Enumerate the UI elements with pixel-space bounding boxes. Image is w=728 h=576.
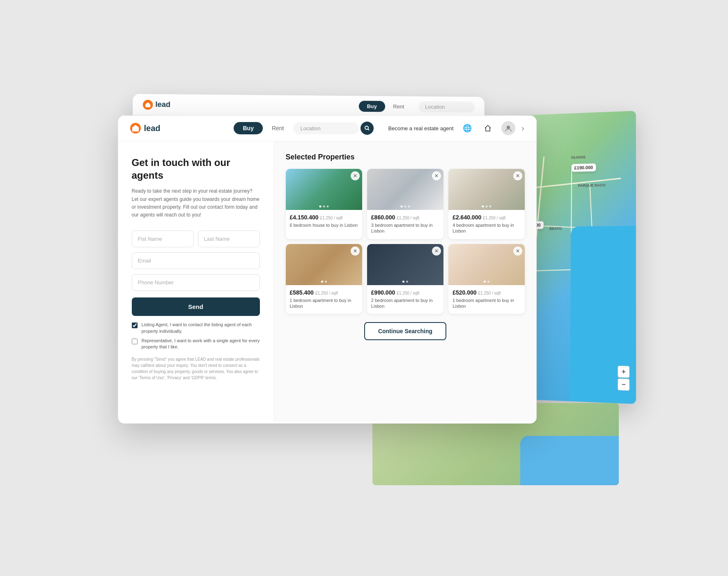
nav-tabs: Buy Rent Location [234,122,373,135]
main-logo-text: lead [144,124,161,133]
property-close-1[interactable]: ✕ [351,171,360,180]
property-card-2[interactable]: ✕ £860.000 £1.250 / sqft [367,169,443,239]
send-button[interactable]: Send [132,297,260,316]
price-main-5: £990.000 [371,289,395,296]
property-info-4: £585.400 £1.250 / sqft 1 bedroom apartme… [286,285,362,314]
property-info-6: £520.000 £1.250 / sqft 1 bedroom apartme… [448,285,525,314]
bg-search-bar[interactable]: Location [418,101,475,113]
property-card-5[interactable]: ✕ £990.000 £1.250 / sqft 2 bedroom [367,244,443,314]
checkbox-listing[interactable] [132,323,138,328]
last-name-input[interactable] [198,230,260,247]
dot [404,205,406,207]
checkbox-listing-label: Listing Agent, I want to contact the lis… [142,322,260,334]
nav-tab-rent[interactable]: Rent [264,122,292,134]
dot [402,281,404,283]
nav-home-icon[interactable] [481,121,495,135]
bg-tab-rent[interactable]: Rent [386,101,411,112]
bg-logo-text: lead [155,100,170,109]
property-desc-1: 6 bedroom house to buy in Lisbon [290,222,358,228]
price-main-6: £520.000 [452,289,476,296]
property-desc-2: 3 bedroom apartment to buy in Lisbon [371,222,439,234]
property-desc-5: 2 bedroom apartment to buy in Lisbon [371,297,439,309]
price-main-1: £4.150.400 [290,214,319,221]
map-zoom-out[interactable]: − [618,378,629,391]
property-close-5[interactable]: ✕ [432,247,441,256]
nav-globe-icon[interactable]: 🌐 [460,121,474,135]
dot [400,205,402,207]
email-row [132,252,260,269]
property-image-6: ✕ [448,244,525,285]
main-nav: lead Buy Rent Location Become a real est… [118,115,537,141]
property-image-1: ✕ [286,169,362,210]
property-price-3: £2.640.000 £1.250 / sqft [452,214,521,221]
property-desc-3: 4 bedroom apartment to buy in Lisbon [452,222,521,234]
property-image-2: ✕ [367,169,443,210]
property-close-3[interactable]: ✕ [513,171,522,180]
property-dots-1 [319,205,328,207]
dot [323,205,325,207]
properties-grid: ✕ £4.150.400 £1.250 / sqft [286,169,525,314]
contact-title: Get in touch with our agents [132,156,260,182]
bg-search-placeholder: Location [425,104,445,110]
main-content: Get in touch with our agents Ready to ta… [118,141,537,422]
price-sqft-3: £1.250 / sqft [483,216,505,220]
property-price-5: £990.000 £1.250 / sqft [371,289,439,296]
property-image-5: ✕ [367,244,443,285]
nav-search-text: Location [301,125,321,131]
property-card-4[interactable]: ✕ £585.400 £1.250 / sqft 1 bedroom [286,244,362,314]
dot [482,205,484,207]
contact-description: Ready to take the next step in your real… [132,187,260,219]
checkbox-representative-row: Representative, I want to work with a si… [132,338,260,350]
property-card-1[interactable]: ✕ £4.150.400 £1.250 / sqft [286,169,362,239]
dot [408,205,410,207]
logo-icon-bg [142,99,153,109]
phone-input[interactable] [132,274,260,291]
property-dots-6 [484,281,489,283]
price-sqft-6: £1.250 / sqft [478,291,501,295]
price-main-2: £860.000 [371,214,395,221]
property-desc-6: 1 bedroom apartment to buy in Lisbon [452,297,521,309]
checkbox-listing-row: Listing Agent, I want to contact the lis… [132,322,260,334]
properties-title: Selected Properties [286,153,525,161]
disclaimer-text: By pressing "Send" you agree that LEAD a… [132,356,260,381]
property-close-6[interactable]: ✕ [513,247,522,256]
property-price-6: £520.000 £1.250 / sqft [452,289,521,296]
property-card-3[interactable]: ✕ £2.640.000 £1.250 / sqft [448,169,525,239]
property-info-2: £860.000 £1.250 / sqft 3 bedroom apartme… [367,210,443,239]
map-zoom-controls[interactable]: + − [618,366,629,391]
nav-chevron-icon[interactable]: › [522,124,524,133]
checkbox-representative[interactable] [132,339,138,344]
property-card-6[interactable]: ✕ £520.000 £1.250 / sqft 1 bedroom [448,244,525,314]
first-name-input[interactable] [132,230,194,247]
dot [484,281,486,283]
map-price-badge-1: £190.000 [571,163,596,172]
nav-search-bar[interactable]: Location [293,122,359,134]
dot [406,281,408,283]
property-image-3: ✕ [448,169,525,210]
property-info-5: £990.000 £1.250 / sqft 2 bedroom apartme… [367,285,443,314]
svg-point-2 [507,126,510,129]
property-dots-3 [482,205,491,207]
properties-panel: Selected Properties ✕ [274,141,537,422]
bg-logo: lead [142,99,170,110]
map-zoom-in[interactable]: + [618,366,629,378]
price-sqft-5: £1.250 / sqft [397,291,419,295]
price-main-3: £2.640.000 [452,214,481,221]
email-input[interactable] [132,252,260,269]
bg-tab-buy[interactable]: Buy [358,101,385,112]
property-desc-4: 1 bedroom apartment to buy in Lisbon [290,297,358,309]
nav-avatar[interactable] [501,121,515,135]
property-close-4[interactable]: ✕ [351,247,360,256]
price-main-4: £585.400 [290,289,314,296]
map-label-beato: BEATO [549,226,562,230]
name-row [132,230,260,247]
continue-searching-button[interactable]: Continue Searching [364,322,446,340]
nav-search-button[interactable] [361,122,374,135]
nav-tab-buy[interactable]: Buy [234,122,262,134]
price-sqft-2: £1.250 / sqft [397,216,419,220]
dot [487,281,489,283]
property-image-4: ✕ [286,244,362,285]
phone-row [132,274,260,291]
main-logo-icon [130,123,141,134]
property-close-2[interactable]: ✕ [432,171,441,180]
